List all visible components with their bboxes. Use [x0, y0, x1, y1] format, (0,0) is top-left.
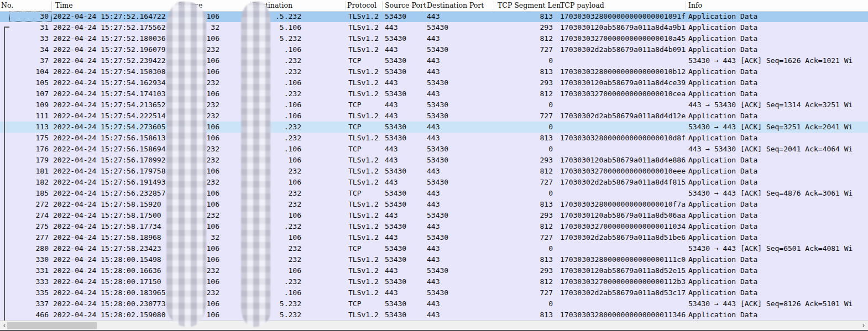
- cell-time: 2022-04-24 15:28:00.183965: [53, 287, 180, 298]
- scrollbar-thumb[interactable]: [7, 322, 97, 329]
- cell-time: 2022-04-24 15:27:52.180036: [53, 33, 180, 44]
- cell-protocol: TCP: [348, 144, 383, 155]
- cell-seglen: 813: [498, 199, 553, 210]
- cell-no: 31: [8, 22, 49, 33]
- packet-row[interactable]: 4662022-04-24 15:28:02.1590801065.232TLS…: [0, 309, 868, 321]
- packet-row[interactable]: 2722022-04-24 15:27:58.15920106232TLSv1.…: [0, 199, 868, 210]
- packet-row[interactable]: 1752022-04-24 15:27:56.158613106.232TLSv…: [0, 133, 868, 144]
- cell-protocol: TCP: [348, 298, 383, 309]
- packet-row[interactable]: 3332022-04-24 15:28:00.17150106.232TLSv1…: [0, 276, 868, 287]
- packet-row[interactable]: 312022-04-24 15:27:52.175562325.106TLSv1…: [0, 22, 868, 33]
- packet-row[interactable]: 3302022-04-24 15:28:00.15498106232TLSv1.…: [0, 254, 868, 265]
- packet-row[interactable]: 3312022-04-24 15:28:00.16636232106TLSv1.…: [0, 265, 868, 276]
- cell-no: 466: [8, 309, 49, 321]
- column-separator[interactable]: [51, 1, 53, 10]
- packet-row[interactable]: 1762022-04-24 15:27:56.158694232.106TCP4…: [0, 144, 868, 155]
- column-separator[interactable]: [556, 1, 557, 10]
- packet-row[interactable]: 1042022-04-24 15:27:54.150308106.232TLSv…: [0, 66, 868, 77]
- cell-time: 2022-04-24 15:27:54.162934: [53, 77, 180, 88]
- cell-info: 53430 → 443 [ACK] Seq=4876 Ack=3061 Wi: [688, 188, 868, 199]
- cell-no: 274: [8, 210, 49, 221]
- packet-row[interactable]: 1792022-04-24 15:27:56.170992232106TLSv1…: [0, 155, 868, 166]
- cell-time: 2022-04-24 15:27:54.273605: [53, 122, 180, 133]
- cell-seglen: 813: [498, 133, 553, 144]
- cell-protocol: TCP: [348, 122, 383, 133]
- column-separator[interactable]: [494, 1, 495, 10]
- cell-seglen: 293: [498, 210, 553, 221]
- packet-row[interactable]: 3352022-04-24 15:28:00.183965232.106TLSv…: [0, 287, 868, 298]
- cell-payload: 170303032700000000000000110345…: [560, 221, 686, 232]
- cell-time: 2022-04-24 15:27:54.213652: [53, 99, 180, 111]
- packet-row[interactable]: 1112022-04-24 15:27:54.222514232.106TLSv…: [0, 111, 868, 122]
- cell-payload: [560, 55, 686, 66]
- column-header-info[interactable]: Info: [688, 0, 702, 11]
- packet-row[interactable]: 1852022-04-24 15:27:56.232857106232TCP53…: [0, 188, 868, 199]
- packet-row[interactable]: 2772022-04-24 15:27:58.1896832106TLSv1.2…: [0, 232, 868, 243]
- packet-row[interactable]: 1822022-04-24 15:27:56.191493232106TLSv1…: [0, 177, 868, 188]
- cell-protocol: TCP: [348, 55, 383, 66]
- cell-dport: 53430: [427, 111, 488, 122]
- cell-time: 2022-04-24 15:27:56.170992: [53, 155, 180, 166]
- scrollbar-right-arrow-icon[interactable]: ›: [859, 321, 868, 330]
- packet-row[interactable]: 2752022-04-24 15:27:58.17734106.232TLSv1…: [0, 221, 868, 232]
- packet-row[interactable]: 3372022-04-24 15:28:00.2307731065.232TCP…: [0, 298, 868, 309]
- cell-info: Application Data: [688, 199, 868, 210]
- packet-row[interactable]: 2802022-04-24 15:27:58.23423106232TCP534…: [0, 243, 868, 254]
- column-header-no[interactable]: No.: [1, 0, 13, 11]
- cell-no: 272: [8, 199, 49, 210]
- column-separator[interactable]: [346, 1, 347, 10]
- column-header-seglen[interactable]: TCP Segment Len: [498, 0, 561, 11]
- packet-row[interactable]: 372022-04-24 15:27:52.239422106.232TCP53…: [0, 55, 868, 66]
- focus-rectangle: [9, 12, 52, 22]
- cell-sport: 443: [385, 287, 423, 298]
- column-separator[interactable]: [382, 1, 383, 10]
- column-header-protocol[interactable]: Protocol: [347, 0, 377, 11]
- column-header-sport[interactable]: Source Port: [385, 0, 426, 11]
- packet-row[interactable]: 1812022-04-24 15:27:56.179758106232TLSv1…: [0, 166, 868, 177]
- cell-info: Application Data: [688, 254, 868, 265]
- cell-payload: 17030302d2ab58679a011a8d53c17…: [560, 287, 686, 298]
- cell-time: 2022-04-24 15:28:00.16636: [53, 265, 180, 276]
- packet-row[interactable]: 1092022-04-24 15:27:54.213652232.106TCP4…: [0, 99, 868, 111]
- cell-seglen: 812: [498, 33, 553, 44]
- column-header-payload[interactable]: TCP payload: [560, 0, 604, 11]
- cell-info: Application Data: [688, 22, 868, 33]
- cell-no: 34: [8, 44, 49, 55]
- cell-protocol: TLSv1.2: [348, 44, 383, 55]
- packet-row[interactable]: 1052022-04-24 15:27:54.162934232.106TLSv…: [0, 77, 868, 88]
- cell-time: 2022-04-24 15:27:58.15920: [53, 199, 180, 210]
- cell-protocol: TLSv1.2: [348, 22, 383, 33]
- cell-dport: 53430: [427, 44, 488, 55]
- cell-time: 2022-04-24 15:27:58.18968: [53, 232, 180, 243]
- packet-row[interactable]: 332022-04-24 15:27:52.1800361065.232TLSv…: [0, 33, 868, 44]
- cell-payload: 17030303270000000000000010a45e…: [560, 33, 686, 44]
- cell-payload: [560, 188, 686, 199]
- source-redaction-blob: [166, 2, 206, 327]
- packet-row[interactable]: 302022-04-24 15:27:52.164722106.5.232TLS…: [0, 11, 868, 22]
- cell-dport: 53430: [427, 99, 488, 111]
- cell-time: 2022-04-24 15:27:56.191493: [53, 177, 180, 188]
- cell-info: Application Data: [688, 11, 868, 22]
- cell-seglen: 813: [498, 309, 553, 321]
- packet-row[interactable]: 342022-04-24 15:27:52.196079232.106TLSv1…: [0, 44, 868, 55]
- cell-dport: 443: [427, 276, 488, 287]
- conversation-span-line: [4, 27, 5, 331]
- cell-info: Application Data: [688, 287, 868, 298]
- cell-seglen: 812: [498, 276, 553, 287]
- packet-row[interactable]: 2742022-04-24 15:27:58.17500232106TLSv1.…: [0, 210, 868, 221]
- cell-dport: 443: [427, 88, 488, 99]
- packet-row[interactable]: 1072022-04-24 15:27:54.174103106.232TLSv…: [0, 88, 868, 99]
- column-separator[interactable]: [686, 1, 687, 10]
- column-header-time[interactable]: Time: [55, 0, 73, 11]
- cell-dport: 443: [427, 122, 488, 133]
- column-header-dport[interactable]: Destination Port: [427, 0, 484, 11]
- cell-info: 53430 → 443 [ACK] Seq=6501 Ack=4081 Wi: [688, 243, 868, 254]
- cell-sport: 443: [385, 265, 423, 276]
- cell-payload: [560, 298, 686, 309]
- horizontal-scrollbar[interactable]: ‹ ›: [0, 321, 868, 330]
- cell-protocol: TLSv1.2: [348, 66, 383, 77]
- column-separator[interactable]: [422, 1, 423, 10]
- cell-no: 33: [8, 33, 49, 44]
- cell-info: Application Data: [688, 33, 868, 44]
- packet-row[interactable]: 1132022-04-24 15:27:54.273605106.232TCP5…: [0, 122, 868, 133]
